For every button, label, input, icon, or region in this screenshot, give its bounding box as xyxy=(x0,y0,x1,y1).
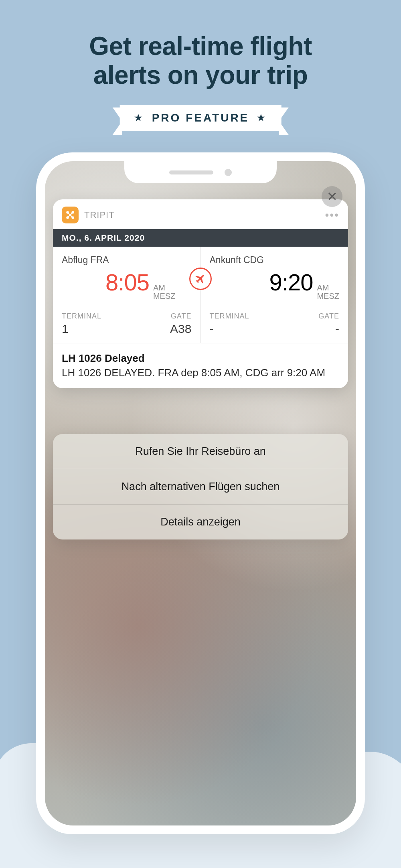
arrival-terminal-label: TERMINAL xyxy=(210,312,275,320)
departure-label: Abflug FRA xyxy=(62,255,192,266)
departure-timezone: MESZ xyxy=(153,292,176,300)
arrival-gate-value: - xyxy=(274,322,339,336)
headline-line-1: Get real-time flight xyxy=(89,32,312,61)
arrival-ampm: AM xyxy=(317,284,339,292)
action-show-details[interactable]: Details anzeigen xyxy=(53,504,348,539)
star-icon: ★ xyxy=(257,113,267,123)
departure-time: 8:05 xyxy=(105,269,149,296)
departure-column: Abflug FRA 8:05 AM MESZ xyxy=(53,247,200,307)
close-icon: ✕ xyxy=(327,189,338,204)
flight-times-row: Abflug FRA 8:05 AM MESZ Ankunft CDG 9:20 xyxy=(53,247,348,307)
terminal-gate-row: TERMINAL 1 GATE A38 TERMINAL - GATE xyxy=(53,307,348,343)
ribbon-tail-left xyxy=(113,107,122,135)
ribbon-body: ★ PRO FEATURE ★ xyxy=(120,105,282,131)
arrival-terminal-value: - xyxy=(210,322,275,336)
arrival-gate-label: GATE xyxy=(274,312,339,320)
headline-line-2: alerts on your trip xyxy=(93,61,308,89)
airplane-icon xyxy=(189,268,212,290)
phone-notch xyxy=(124,161,277,183)
ribbon-tail-right xyxy=(279,107,288,135)
arrival-terminal-gate: TERMINAL - GATE - xyxy=(200,307,348,343)
departure-terminal-value: 1 xyxy=(62,322,127,336)
camera-icon xyxy=(225,169,232,176)
close-button[interactable]: ✕ xyxy=(322,186,342,207)
phone-frame: ✕ TRIPIT ••• MO., 6. APRIL 2020 xyxy=(36,152,365,834)
star-icon: ★ xyxy=(134,113,144,123)
delay-message: LH 1026 Delayed LH 1026 DELAYED. FRA dep… xyxy=(53,343,348,388)
delay-title: LH 1026 Delayed xyxy=(62,352,339,365)
notification-card[interactable]: TRIPIT ••• MO., 6. APRIL 2020 Abflug FRA… xyxy=(53,199,348,388)
tripit-app-icon xyxy=(62,207,79,223)
arrival-timezone: MESZ xyxy=(317,292,339,300)
speaker-icon xyxy=(169,170,213,174)
action-call-agency[interactable]: Rufen Sie Ihr Reisebüro an xyxy=(53,434,348,469)
phone-screen: ✕ TRIPIT ••• MO., 6. APRIL 2020 xyxy=(45,161,356,825)
departure-terminal-gate: TERMINAL 1 GATE A38 xyxy=(53,307,200,343)
departure-gate-value: A38 xyxy=(127,322,192,336)
notification-actions: Rufen Sie Ihr Reisebüro an Nach alternat… xyxy=(53,434,348,539)
departure-terminal-label: TERMINAL xyxy=(62,312,127,320)
notification-app-name: TRIPIT xyxy=(84,210,320,220)
headline: Get real-time flight alerts on your trip xyxy=(0,32,401,89)
departure-ampm: AM xyxy=(153,284,176,292)
delay-body: LH 1026 DELAYED. FRA dep 8:05 AM, CDG ar… xyxy=(62,366,339,379)
action-search-alternatives[interactable]: Nach alternativen Flügen suchen xyxy=(53,469,348,504)
departure-gate-label: GATE xyxy=(127,312,192,320)
notification-date: MO., 6. APRIL 2020 xyxy=(53,229,348,247)
pro-feature-ribbon: ★ PRO FEATURE ★ xyxy=(110,104,291,132)
arrival-label: Ankunft CDG xyxy=(210,255,340,266)
more-icon[interactable]: ••• xyxy=(325,209,339,221)
arrival-column: Ankunft CDG 9:20 AM MESZ xyxy=(200,247,348,307)
notification-header: TRIPIT ••• xyxy=(53,199,348,229)
arrival-time: 9:20 xyxy=(269,269,313,296)
ribbon-label: PRO FEATURE xyxy=(152,112,249,124)
